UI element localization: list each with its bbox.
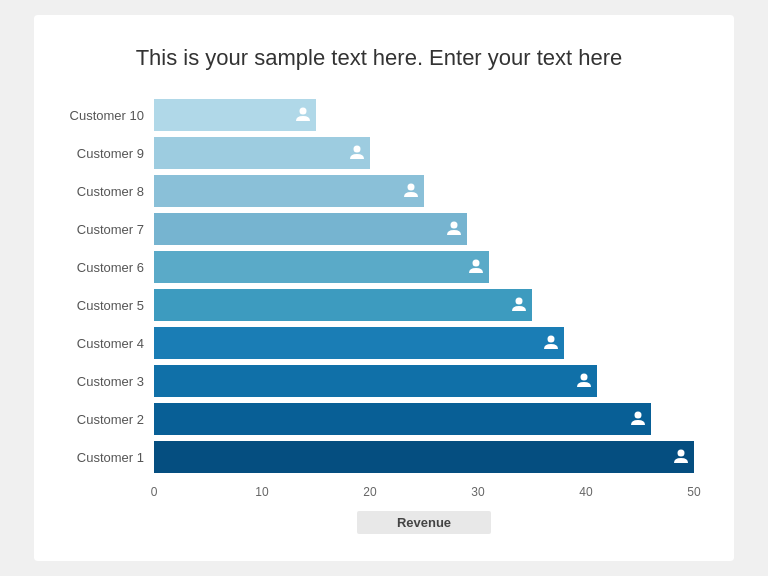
x-axis: 01020304050 (154, 485, 694, 509)
bar-label: Customer 2 (64, 412, 154, 427)
x-axis-label-text: Revenue (357, 511, 491, 534)
bar-fill (154, 289, 532, 321)
bar-label: Customer 4 (64, 336, 154, 351)
svg-point-7 (580, 374, 587, 381)
bar-track (154, 403, 694, 435)
bar-row: Customer 1 (64, 441, 694, 473)
bar-fill (154, 213, 467, 245)
bar-fill (154, 365, 597, 397)
bar-label: Customer 1 (64, 450, 154, 465)
bar-label: Customer 10 (64, 108, 154, 123)
person-icon (674, 448, 688, 466)
x-tick-label: 50 (687, 485, 700, 499)
person-icon (296, 106, 310, 124)
bar-fill (154, 137, 370, 169)
bar-fill (154, 403, 651, 435)
svg-point-8 (634, 412, 641, 419)
bar-track (154, 289, 694, 321)
person-icon (544, 334, 558, 352)
x-axis-label: Revenue (154, 513, 694, 531)
person-icon (350, 144, 364, 162)
bar-track (154, 365, 694, 397)
bar-track (154, 441, 694, 473)
x-tick-label: 40 (579, 485, 592, 499)
x-axis-label-row: Revenue (64, 513, 694, 531)
bar-row: Customer 3 (64, 365, 694, 397)
person-icon (512, 296, 526, 314)
svg-point-4 (472, 260, 479, 267)
person-icon (577, 372, 591, 390)
person-icon (447, 220, 461, 238)
bar-fill (154, 99, 316, 131)
bar-track (154, 137, 694, 169)
svg-point-5 (516, 298, 523, 305)
chart-title: This is your sample text here. Enter you… (64, 45, 694, 71)
bar-row: Customer 2 (64, 403, 694, 435)
chart-area: Customer 10 Customer 9 Customer 8 Custom… (64, 99, 694, 479)
bar-row: Customer 10 (64, 99, 694, 131)
bar-label: Customer 9 (64, 146, 154, 161)
svg-point-2 (408, 184, 415, 191)
x-tick-label: 20 (363, 485, 376, 499)
bar-row: Customer 6 (64, 251, 694, 283)
bar-label: Customer 7 (64, 222, 154, 237)
bar-label: Customer 5 (64, 298, 154, 313)
bar-track (154, 175, 694, 207)
bar-track (154, 213, 694, 245)
bar-row: Customer 8 (64, 175, 694, 207)
bar-fill (154, 251, 489, 283)
bar-track (154, 99, 694, 131)
svg-point-0 (300, 108, 307, 115)
person-icon (469, 258, 483, 276)
person-icon (631, 410, 645, 428)
bar-row: Customer 5 (64, 289, 694, 321)
x-tick-label: 30 (471, 485, 484, 499)
chart-card: This is your sample text here. Enter you… (34, 15, 734, 561)
bar-row: Customer 7 (64, 213, 694, 245)
svg-point-1 (354, 146, 361, 153)
x-tick-label: 0 (151, 485, 158, 499)
svg-point-3 (451, 222, 458, 229)
bar-track (154, 251, 694, 283)
svg-point-9 (678, 450, 685, 457)
bar-fill (154, 327, 564, 359)
bar-track (154, 327, 694, 359)
person-icon (404, 182, 418, 200)
bar-fill (154, 175, 424, 207)
bar-label: Customer 8 (64, 184, 154, 199)
svg-point-6 (548, 336, 555, 343)
bar-label: Customer 6 (64, 260, 154, 275)
x-axis-container: 01020304050 (64, 485, 694, 509)
x-tick-label: 10 (255, 485, 268, 499)
bar-row: Customer 4 (64, 327, 694, 359)
bar-label: Customer 3 (64, 374, 154, 389)
bar-row: Customer 9 (64, 137, 694, 169)
bar-fill (154, 441, 694, 473)
